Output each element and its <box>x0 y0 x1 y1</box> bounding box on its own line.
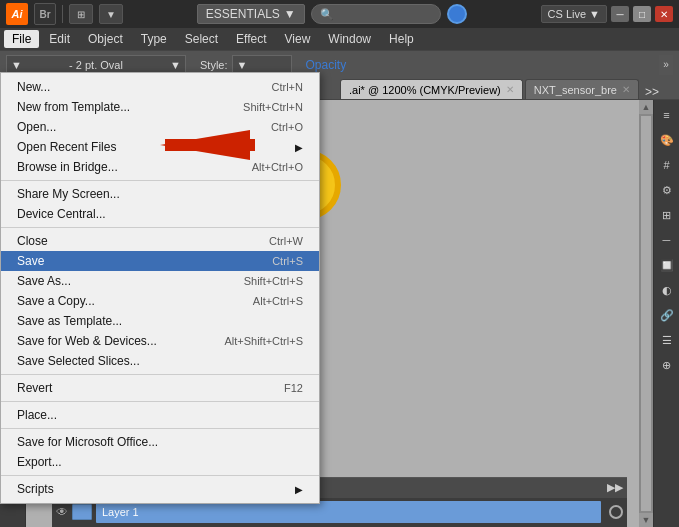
menu-help[interactable]: Help <box>381 30 422 48</box>
separator-2 <box>1 227 319 228</box>
sync-icon <box>447 4 467 24</box>
layer-target[interactable] <box>609 505 623 519</box>
menu-type[interactable]: Type <box>133 30 175 48</box>
panel-toggle[interactable]: » <box>659 55 673 75</box>
style-label: Style: <box>200 59 228 71</box>
menu-item-browse-shortcut: Alt+Ctrl+O <box>252 161 303 173</box>
maximize-button[interactable]: □ <box>633 6 651 22</box>
search-box[interactable]: 🔍 <box>311 4 441 24</box>
menu-item-revert-label: Revert <box>17 381 284 395</box>
tab-more[interactable]: >> <box>641 85 663 99</box>
menu-item-save[interactable]: Save Ctrl+S <box>1 251 319 271</box>
menu-item-share-label: Share My Screen... <box>17 187 303 201</box>
scrollbar-up[interactable]: ▲ <box>639 100 653 114</box>
menu-item-save-copy[interactable]: Save a Copy... Alt+Ctrl+S <box>1 291 319 311</box>
separator-6 <box>1 475 319 476</box>
menu-item-export[interactable]: Export... <box>1 452 319 472</box>
menu-edit[interactable]: Edit <box>41 30 78 48</box>
tab-main[interactable]: .ai* @ 1200% (CMYK/Preview) ✕ <box>340 79 523 99</box>
essentials-arrow: ▼ <box>284 7 296 21</box>
menu-item-open-recent-arrow: ▶ <box>295 142 303 153</box>
menu-item-new-template[interactable]: New from Template... Shift+Ctrl+N <box>1 97 319 117</box>
menu-item-place[interactable]: Place... <box>1 405 319 425</box>
menu-item-save-web-shortcut: Alt+Shift+Ctrl+S <box>224 335 303 347</box>
menu-item-save-as[interactable]: Save As... Shift+Ctrl+S <box>1 271 319 291</box>
file-menu-dropdown: New... Ctrl+N New from Template... Shift… <box>0 72 320 504</box>
minimize-button[interactable]: ─ <box>611 6 629 22</box>
menu-item-new-label: New... <box>17 80 272 94</box>
menu-item-new-shortcut: Ctrl+N <box>272 81 303 93</box>
workspace-icon[interactable]: ⊞ <box>69 4 93 24</box>
close-button[interactable]: ✕ <box>655 6 673 22</box>
menu-item-save-slices[interactable]: Save Selected Slices... <box>1 351 319 371</box>
menu-item-new[interactable]: New... Ctrl+N <box>1 77 319 97</box>
menu-item-open-label: Open... <box>17 120 271 134</box>
menu-view[interactable]: View <box>277 30 319 48</box>
menu-item-close-label: Close <box>17 234 269 248</box>
tab-close-main[interactable]: ✕ <box>506 84 514 95</box>
panel-color-btn[interactable]: 🎨 <box>656 129 678 151</box>
canvas-scrollbar[interactable]: ▲ ▼ <box>639 100 653 527</box>
menu-item-save-ms[interactable]: Save for Microsoft Office... <box>1 432 319 452</box>
menu-item-close[interactable]: Close Ctrl+W <box>1 231 319 251</box>
menu-item-place-label: Place... <box>17 408 303 422</box>
menu-item-save-ms-label: Save for Microsoft Office... <box>17 435 303 449</box>
title-bar-right: CS Live ▼ ─ □ ✕ <box>541 5 673 23</box>
panel-transform-btn[interactable]: ⚙ <box>656 179 678 201</box>
menu-file[interactable]: File <box>4 30 39 48</box>
menu-object[interactable]: Object <box>80 30 131 48</box>
menu-select[interactable]: Select <box>177 30 226 48</box>
separator-4 <box>1 401 319 402</box>
bridge-logo[interactable]: Br <box>34 3 56 25</box>
panel-top-btn[interactable]: ≡ <box>656 104 678 126</box>
menu-item-browse[interactable]: Browse in Bridge... Alt+Ctrl+O <box>1 157 319 177</box>
menu-window[interactable]: Window <box>320 30 379 48</box>
panel-grid-btn[interactable]: # <box>656 154 678 176</box>
tab-second[interactable]: NXT_sensor_bre ✕ <box>525 79 639 99</box>
stroke-label: - 2 pt. Oval <box>25 59 167 71</box>
panel-bottom-btn[interactable]: ⊕ <box>656 354 678 376</box>
menu-item-save-slices-label: Save Selected Slices... <box>17 354 303 368</box>
essentials-button[interactable]: ESSENTIALS ▼ <box>197 4 305 24</box>
panel-links-btn[interactable]: 🔗 <box>656 304 678 326</box>
panel-gradient-btn[interactable]: ◐ <box>656 279 678 301</box>
menu-item-save-as-label: Save As... <box>17 274 244 288</box>
menu-item-open[interactable]: Open... Ctrl+O <box>1 117 319 137</box>
menu-item-new-template-shortcut: Shift+Ctrl+N <box>243 101 303 113</box>
menu-item-save-shortcut: Ctrl+S <box>272 255 303 267</box>
essentials-label: ESSENTIALS <box>206 7 280 21</box>
menu-effect[interactable]: Effect <box>228 30 274 48</box>
title-center: ESSENTIALS ▼ 🔍 <box>129 4 535 24</box>
menu-item-share[interactable]: Share My Screen... <box>1 184 319 204</box>
tab-close-second[interactable]: ✕ <box>622 84 630 95</box>
panel-layers-btn[interactable]: ☰ <box>656 329 678 351</box>
scrollbar-track[interactable] <box>641 116 651 511</box>
menu-item-revert[interactable]: Revert F12 <box>1 378 319 398</box>
menu-item-device[interactable]: Device Central... <box>1 204 319 224</box>
opacity-label: Opacity <box>306 58 347 72</box>
divider <box>62 5 63 23</box>
panel-separator1: ─ <box>656 229 678 251</box>
cs-live-button[interactable]: CS Live ▼ <box>541 5 607 23</box>
scrollbar-down[interactable]: ▼ <box>639 513 653 527</box>
menu-item-save-copy-label: Save a Copy... <box>17 294 253 308</box>
separator-5 <box>1 428 319 429</box>
stroke-arrow: ▼ <box>170 59 181 71</box>
layer-row[interactable]: Layer 1 <box>96 501 601 523</box>
menu-item-save-web[interactable]: Save for Web & Devices... Alt+Shift+Ctrl… <box>1 331 319 351</box>
layers-tab-more[interactable]: ▶▶ <box>607 481 623 494</box>
menu-item-scripts-label: Scripts <box>17 482 295 496</box>
menu-item-device-label: Device Central... <box>17 207 303 221</box>
title-bar: Ai Br ⊞ ▼ ESSENTIALS ▼ 🔍 CS Live ▼ ─ □ ✕ <box>0 0 679 28</box>
title-bar-left: Ai Br ⊞ ▼ <box>6 3 123 25</box>
panel-align-btn[interactable]: ⊞ <box>656 204 678 226</box>
menu-item-save-as-shortcut: Shift+Ctrl+S <box>244 275 303 287</box>
menu-item-save-template[interactable]: Save as Template... <box>1 311 319 331</box>
menu-item-scripts[interactable]: Scripts ▶ <box>1 479 319 499</box>
menu-item-new-template-label: New from Template... <box>17 100 243 114</box>
layer-visibility[interactable]: 👁 <box>56 505 68 519</box>
dropdown-arrow[interactable]: ▼ <box>99 4 123 24</box>
panel-swatches-btn[interactable]: 🔲 <box>656 254 678 276</box>
separator-1 <box>1 180 319 181</box>
menu-item-open-recent[interactable]: Open Recent Files ▶ <box>1 137 319 157</box>
